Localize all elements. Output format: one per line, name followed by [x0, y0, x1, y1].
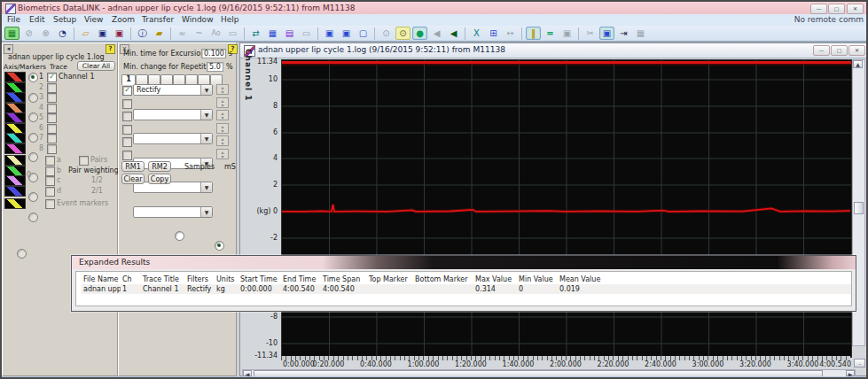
menu-edit[interactable]: Edit — [27, 15, 47, 24]
audio-icon[interactable]: ◀ — [446, 27, 461, 40]
channel-3-axis-radio[interactable] — [28, 112, 38, 122]
menu-transfer[interactable]: Transfer — [139, 15, 176, 24]
tile-windows-icon[interactable]: ⊞ — [486, 27, 501, 40]
save-icon[interactable]: ▣ — [95, 27, 110, 40]
channel-1-swatch[interactable] — [4, 72, 26, 82]
dropdown-arrow-icon[interactable]: ▼ — [200, 182, 212, 192]
filter-2-dropdown[interactable]: ▼ — [133, 109, 213, 120]
scroll-right-icon[interactable]: ▶ — [846, 370, 855, 376]
copy-button[interactable]: Copy — [148, 174, 171, 184]
channel-3-checkbox[interactable] — [47, 93, 57, 103]
filter-1-checkbox[interactable]: ✓ — [122, 86, 132, 96]
results-row[interactable]: adnan upper 1 Channel 1 Rectify kg 0:00.… — [82, 284, 851, 294]
channel-4-swatch[interactable] — [4, 103, 26, 113]
dropdown-arrow-icon[interactable]: ▼ — [200, 85, 212, 95]
marker-b-checkbox[interactable] — [45, 166, 55, 176]
channel-6-checkbox[interactable] — [47, 124, 57, 134]
filter-5-spinner[interactable]: ▴▾ — [216, 135, 229, 146]
clock-icon[interactable]: ◔ — [55, 27, 70, 40]
event-markers-checkbox[interactable] — [45, 199, 55, 209]
filter-2-spinner[interactable]: ▴▾ — [216, 97, 229, 108]
filter-2-checkbox[interactable] — [122, 99, 132, 109]
filter-6-checkbox[interactable] — [122, 151, 132, 160]
channel-5-checkbox[interactable] — [47, 113, 57, 123]
expanded-results-titlebar[interactable]: Expanded Results — [72, 256, 856, 269]
filter-1-dropdown[interactable]: Rectify▼ — [133, 84, 213, 96]
menu-zoom[interactable]: Zoom — [109, 15, 137, 24]
vertical-scroll-thumb[interactable] — [854, 202, 864, 214]
menu-window[interactable]: Window — [179, 15, 216, 24]
filter-1-spinner[interactable]: ▴▾ — [216, 84, 229, 95]
filter-4-checkbox[interactable] — [122, 125, 132, 135]
marker-c-checkbox[interactable] — [45, 176, 55, 186]
filter-4-spinner[interactable]: ▴▾ — [216, 123, 229, 134]
zoom-out-button[interactable]: - — [854, 359, 865, 367]
copy-graph-icon[interactable]: ▣ — [322, 27, 337, 40]
channel-2-checkbox[interactable] — [47, 83, 57, 93]
channel-7-swatch[interactable] — [4, 133, 26, 143]
menu-setup[interactable]: Setup — [51, 15, 79, 24]
panel-help-button[interactable]: ? — [106, 44, 115, 54]
channel-8-axis-radio[interactable] — [28, 213, 38, 222]
menu-help[interactable]: Help — [218, 15, 242, 24]
filter-6-spinner[interactable]: ▴▾ — [216, 149, 229, 159]
export-icon[interactable]: ⇄ — [248, 27, 263, 40]
marker-axis-radio[interactable] — [17, 249, 27, 259]
chart-window-titlebar[interactable]: adnan upper lip cycle 1.log (9/16/2015 9… — [240, 43, 867, 58]
channel-5-swatch[interactable] — [4, 112, 26, 123]
close-button[interactable]: ✕ — [847, 4, 864, 14]
marker-c-swatch[interactable] — [4, 175, 26, 186]
filter-5-dropdown[interactable]: ▼ — [133, 182, 213, 193]
scroll-up-icon[interactable]: ▲ — [853, 60, 863, 68]
filter-3-dropdown[interactable]: ▼ — [133, 133, 213, 144]
marker-mode-icon[interactable]: ● — [412, 27, 427, 40]
marker-a-swatch[interactable] — [4, 155, 26, 166]
marker-d-swatch[interactable] — [4, 186, 26, 197]
dropdown-arrow-icon[interactable]: ▼ — [200, 110, 212, 120]
marker-d-checkbox[interactable] — [45, 187, 55, 197]
pairs-checkbox[interactable] — [79, 156, 89, 166]
plot-area[interactable] — [281, 59, 852, 358]
channel-6-swatch[interactable] — [4, 123, 26, 134]
menu-view[interactable]: View — [82, 15, 106, 24]
channel-7-axis-radio[interactable] — [28, 192, 38, 202]
channel-1-axis-radio[interactable] — [28, 73, 38, 82]
repetition-value[interactable]: 5.0 — [207, 62, 223, 72]
channel-8-swatch[interactable] — [4, 143, 26, 154]
chart-maximize-button[interactable]: ▢ — [831, 45, 848, 56]
open-file-icon[interactable]: ▱ — [78, 27, 93, 40]
copy-graph2-icon[interactable]: ▣ — [339, 27, 354, 40]
channel-7-checkbox[interactable] — [47, 134, 57, 143]
chart-close-button[interactable]: ✕ — [848, 45, 865, 56]
clear-button[interactable]: Clear — [121, 174, 145, 184]
channel-4-checkbox[interactable] — [47, 104, 57, 113]
save-as-icon[interactable]: ▣ — [112, 27, 127, 40]
minimize-button[interactable]: — — [810, 4, 827, 14]
horizontal-scrollbar[interactable]: ◀ ▶ — [242, 369, 856, 379]
dropdown-arrow-icon[interactable]: ▼ — [200, 134, 212, 143]
ms-radio[interactable] — [215, 241, 224, 251]
channel-2-axis-radio[interactable] — [28, 93, 38, 103]
y-bars-mode-icon[interactable]: ‖ — [526, 27, 541, 40]
filter-3-checkbox[interactable] — [122, 112, 132, 121]
device-link-icon[interactable]: ▦ — [4, 27, 20, 40]
scroll-left-icon[interactable]: ◀ — [243, 370, 252, 376]
rm1-button[interactable]: RM1 — [121, 161, 145, 172]
filter-3-spinner[interactable]: ▴▾ — [216, 110, 229, 120]
channel-8-checkbox[interactable] — [47, 144, 57, 154]
info-icon[interactable]: ⓘ — [135, 27, 150, 40]
event-markers-swatch[interactable] — [4, 198, 26, 209]
baseline-mode-icon[interactable]: = — [543, 27, 558, 40]
dropdown-arrow-icon[interactable]: ▼ — [200, 207, 212, 217]
select-mode-icon[interactable]: ▣ — [599, 27, 614, 40]
chart-minimize-button[interactable]: — — [813, 45, 830, 56]
report-icon[interactable]: ▤ — [282, 27, 297, 40]
maximize-button[interactable]: ▢ — [828, 4, 845, 14]
channel-4-axis-radio[interactable] — [28, 133, 38, 143]
channel-2-swatch[interactable] — [4, 82, 26, 93]
marker-a-checkbox[interactable] — [45, 156, 55, 166]
samples-radio[interactable] — [175, 231, 184, 241]
filter-5-checkbox[interactable] — [122, 137, 132, 147]
excursion-value[interactable]: 0.100 — [201, 49, 226, 58]
goto-end-icon[interactable]: ⇥ — [616, 27, 631, 40]
